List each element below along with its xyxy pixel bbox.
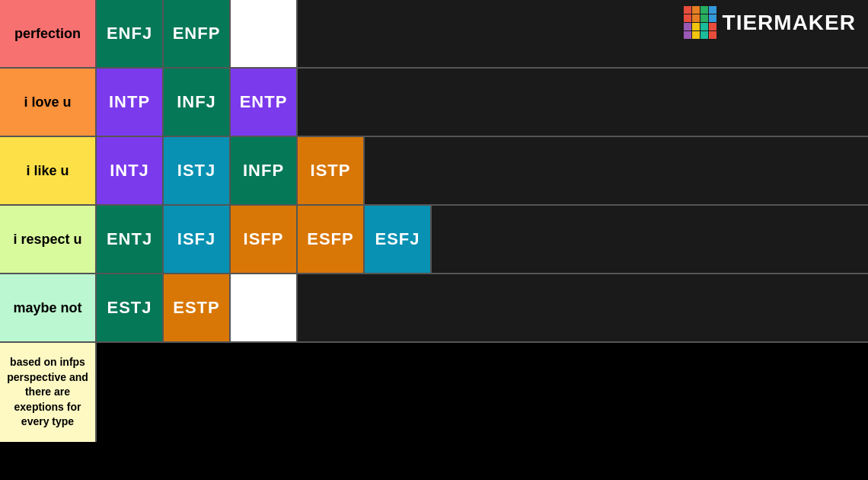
- mbti-chip-intp: INTP: [97, 69, 164, 136]
- mbti-chip-entj: ENTJ: [97, 206, 164, 273]
- tier-row-i-love-u: i love uINTPINFJENTP: [0, 69, 868, 137]
- empty-chip: [231, 0, 298, 67]
- logo-text: TiERMAKER: [723, 11, 856, 35]
- bottom-note-row: based on infps perspective and there are…: [0, 343, 868, 442]
- tier-label-perfection: perfection: [0, 0, 95, 67]
- mbti-chip-isfp: ISFP: [231, 206, 298, 273]
- tier-content-i-love-u: INTPINFJENTP: [95, 69, 868, 136]
- tier-row-i-like-u: i like uINTJISTJINFPISTP: [0, 137, 868, 206]
- tiers-wrapper: perfectionENFJENFPi love uINTPINFJENTPi …: [0, 0, 868, 480]
- mbti-chip-intj: INTJ: [97, 137, 164, 204]
- tier-content-i-respect-u: ENTJISFJISFPESFPESFJ: [95, 206, 868, 273]
- tier-label-i-respect-u: i respect u: [0, 206, 95, 273]
- mbti-chip-estj: ESTJ: [97, 274, 164, 341]
- bottom-content-area: [95, 343, 868, 442]
- mbti-chip-estp: ESTP: [164, 274, 231, 341]
- mbti-chip-istj: ISTJ: [164, 137, 231, 204]
- empty-chip: [231, 274, 298, 341]
- mbti-chip-istp: ISTP: [298, 137, 365, 204]
- tier-row-i-respect-u: i respect uENTJISFJISFPESFPESFJ: [0, 206, 868, 274]
- tier-label-i-love-u: i love u: [0, 69, 95, 136]
- mbti-chip-isfj: ISFJ: [164, 206, 231, 273]
- mbti-chip-enfp: ENFP: [164, 0, 231, 67]
- mbti-chip-entp: ENTP: [231, 69, 298, 136]
- tier-list-container: TiERMAKER perfectionENFJENFPi love uINTP…: [0, 0, 868, 480]
- bottom-note-label: based on infps perspective and there are…: [0, 343, 95, 442]
- tier-row-maybe-not: maybe notESTJESTP: [0, 274, 868, 343]
- header-bar: TiERMAKER: [672, 0, 868, 45]
- mbti-chip-esfj: ESFJ: [365, 206, 432, 273]
- tier-content-i-like-u: INTJISTJINFPISTP: [95, 137, 868, 204]
- mbti-chip-infj: INFJ: [164, 69, 231, 136]
- tier-label-maybe-not: maybe not: [0, 274, 95, 341]
- tier-content-maybe-not: ESTJESTP: [95, 274, 868, 341]
- tiermaker-logo: TiERMAKER: [684, 6, 856, 39]
- logo-grid-icon: [684, 6, 716, 39]
- mbti-chip-infp: INFP: [231, 137, 298, 204]
- mbti-chip-esfp: ESFP: [298, 206, 365, 273]
- tier-label-i-like-u: i like u: [0, 137, 95, 204]
- mbti-chip-enfj: ENFJ: [97, 0, 164, 67]
